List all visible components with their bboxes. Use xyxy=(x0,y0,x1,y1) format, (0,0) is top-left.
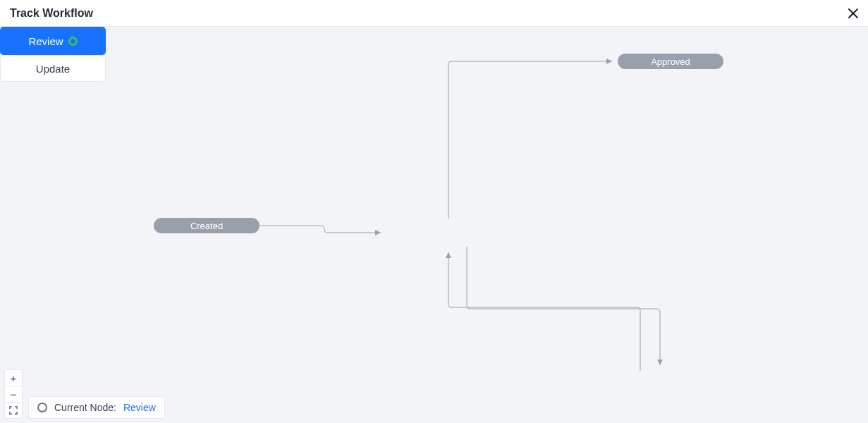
node-update-label: Update xyxy=(36,63,70,75)
close-icon xyxy=(848,8,859,19)
zoom-controls: + − xyxy=(4,369,23,419)
node-approved[interactable]: Approved xyxy=(618,54,723,69)
zoom-fit-button[interactable] xyxy=(5,402,22,418)
svg-marker-3 xyxy=(606,59,612,64)
fullscreen-icon xyxy=(9,406,18,415)
node-review-label: Review xyxy=(28,35,63,47)
zoom-out-button[interactable]: − xyxy=(5,386,22,402)
node-update[interactable]: Update xyxy=(0,55,106,82)
current-node-value[interactable]: Review xyxy=(123,402,156,413)
current-node-label: Current Node: xyxy=(54,402,116,413)
current-node-marker-icon xyxy=(68,37,78,46)
node-created-label: Created xyxy=(190,221,223,231)
node-created[interactable]: Created xyxy=(154,218,259,233)
node-review[interactable]: Review xyxy=(0,27,106,55)
current-node-status: Current Node: Review xyxy=(28,396,165,419)
plus-icon: + xyxy=(11,372,17,384)
modal-header: Track Workflow xyxy=(0,0,868,27)
svg-marker-5 xyxy=(446,252,451,258)
workflow-canvas[interactable]: Created Approved Review Update + − Curre… xyxy=(0,27,868,423)
minus-icon: − xyxy=(11,388,17,400)
connector-overlay xyxy=(0,27,868,423)
ring-icon xyxy=(37,403,47,412)
svg-marker-4 xyxy=(657,360,663,365)
close-button[interactable] xyxy=(847,7,860,20)
modal-title: Track Workflow xyxy=(10,7,93,20)
zoom-in-button[interactable]: + xyxy=(5,370,22,386)
node-approved-label: Approved xyxy=(651,56,690,67)
svg-marker-2 xyxy=(375,230,381,235)
